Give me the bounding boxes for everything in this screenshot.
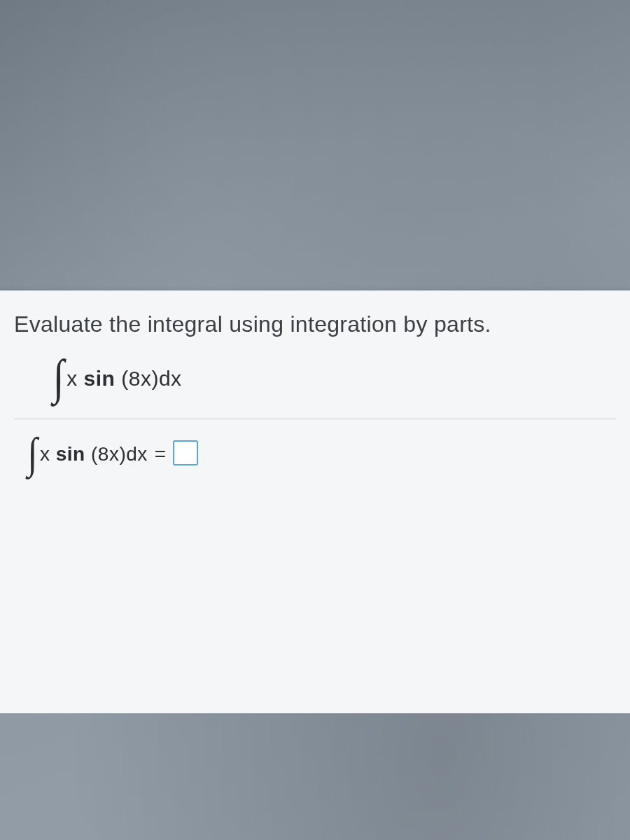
integrand-prefix: x <box>66 367 83 390</box>
integrand-answer: x sin (8x)dx <box>40 443 148 465</box>
integral-sign-icon: ∫ <box>52 361 64 393</box>
integral-sign-icon: ∫ <box>27 439 37 467</box>
divider <box>14 419 616 419</box>
integrand-prefix: x <box>40 443 56 465</box>
integrand: x sin (8x)dx <box>66 367 181 391</box>
problem-prompt: Evaluate the integral using integration … <box>14 312 616 337</box>
integrand-func: sin <box>84 367 115 390</box>
answer-row: ∫ x sin (8x)dx = <box>27 440 616 468</box>
question-card: Evaluate the integral using integration … <box>0 290 630 713</box>
integral-expression: ∫ x sin (8x)dx <box>52 363 616 395</box>
integrand-func: sin <box>56 443 85 465</box>
equals-sign: = <box>155 443 166 465</box>
answer-input-box[interactable] <box>173 440 198 465</box>
integrand-suffix: (8x)dx <box>85 443 148 465</box>
integrand-suffix: (8x)dx <box>115 367 181 390</box>
